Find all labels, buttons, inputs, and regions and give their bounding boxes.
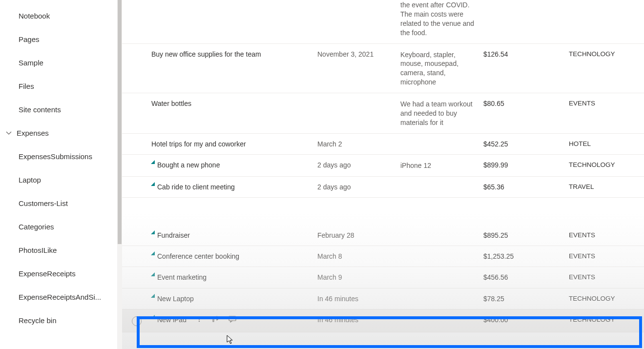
- nav-expense-receipts[interactable]: ExpenseReceipts: [0, 262, 122, 285]
- row-select-cell: [122, 294, 151, 295]
- row-amount: $895.25: [483, 231, 569, 239]
- table-row[interactable]: Conference center bookingMarch 8$1,253.2…: [122, 246, 644, 267]
- nav-categories[interactable]: Categories: [0, 215, 122, 238]
- table-row[interactable]: FundraiserFebruary 28$895.25EVENTS: [122, 225, 644, 246]
- more-icon[interactable]: [195, 315, 203, 323]
- sidebar-scrollbar-track[interactable]: [117, 0, 122, 349]
- comment-icon[interactable]: [229, 315, 236, 323]
- nav-expenses-submissions[interactable]: ExpensesSubmissions: [0, 144, 122, 168]
- row-title-text[interactable]: Buy new office supplies for the team: [151, 50, 261, 59]
- nav-label: ExpensesSubmissions: [19, 152, 92, 161]
- main-list: the event after COVID. The main costs we…: [122, 0, 644, 349]
- svg-point-0: [199, 317, 200, 318]
- nav-site-contents[interactable]: Site contents: [0, 98, 122, 121]
- table-row[interactable]: Event marketingMarch 9$456.56EVENTS: [122, 267, 644, 288]
- row-amount: [483, 0, 569, 0]
- new-item-icon: [151, 316, 156, 323]
- table-row[interactable]: New iPadIn 46 minutes$400.00TECHNOLOGY: [122, 309, 644, 332]
- row-title-cell: Conference center booking: [151, 252, 317, 261]
- nav-label: Recycle bin: [19, 316, 57, 325]
- new-item-icon: [151, 295, 156, 302]
- table-row[interactable]: Hotel trips for my and coworkerMarch 2$4…: [122, 134, 644, 155]
- row-select-cell: [122, 183, 151, 184]
- row-title-text[interactable]: Fundraiser: [157, 231, 190, 240]
- row-amount: $1,253.25: [483, 252, 569, 260]
- row-description: Keyboard, stapler, mouse, mousepad, came…: [400, 50, 483, 87]
- row-category: EVENTS: [569, 99, 627, 107]
- row-date: [317, 0, 400, 0]
- row-title-text[interactable]: Water bottles: [151, 99, 191, 108]
- row-select-cell: [122, 0, 151, 1]
- svg-point-2: [199, 321, 200, 322]
- row-title-cell: Bought a new phone: [151, 161, 317, 169]
- row-title-text[interactable]: New Laptop: [157, 294, 194, 303]
- row-category: EVENTS: [569, 273, 627, 281]
- nav-sample[interactable]: Sample: [0, 51, 122, 74]
- row-date: November 3, 2021: [317, 50, 400, 58]
- nav-notebook[interactable]: Notebook: [0, 4, 122, 27]
- row-select-cell: [122, 231, 151, 232]
- table-row[interactable]: Buy new office supplies for the teamNove…: [122, 44, 644, 94]
- table-row[interactable]: Bought a new phone2 days agoiPhone 12$89…: [122, 155, 644, 177]
- row-amount: $400.00: [483, 315, 569, 324]
- row-select-circle[interactable]: [132, 316, 142, 326]
- row-amount: $126.54: [483, 50, 569, 58]
- row-title-text[interactable]: Conference center booking: [157, 252, 239, 261]
- nav-pages[interactable]: Pages: [0, 27, 122, 51]
- nav-customers-list[interactable]: Customers-List: [0, 191, 122, 215]
- nav-label: ExpenseReceipts: [19, 269, 76, 278]
- row-title-text[interactable]: New iPad: [157, 315, 187, 324]
- row-amount: $899.99: [483, 161, 569, 169]
- nav-expense-receipts-and-si[interactable]: ExpenseReceiptsAndSi...: [0, 285, 122, 308]
- sidebar-scrollbar-thumb[interactable]: [118, 0, 122, 244]
- nav-laptop[interactable]: Laptop: [0, 168, 122, 191]
- row-title-cell: Cab ride to client meeting: [151, 183, 317, 191]
- row-date: March 9: [317, 273, 400, 281]
- row-description: [400, 294, 483, 295]
- new-item-icon: [151, 253, 156, 260]
- row-title-cell: Water bottles: [151, 99, 317, 108]
- row-select-cell: [122, 273, 151, 274]
- row-description: We had a team workout and needed to buy …: [400, 99, 483, 127]
- row-title-cell: New iPad: [151, 315, 317, 324]
- nav-label: ExpenseReceiptsAndSi...: [19, 293, 101, 301]
- nav-section-expenses[interactable]: Expenses: [0, 121, 122, 144]
- row-title-cell: Buy new office supplies for the team: [151, 50, 317, 59]
- row-description: [400, 315, 483, 316]
- row-title-text[interactable]: Cab ride to client meeting: [157, 183, 235, 191]
- table-row[interactable]: the event after COVID. The main costs we…: [122, 0, 644, 44]
- row-title-text[interactable]: Hotel trips for my and coworker: [151, 140, 246, 148]
- row-title-text[interactable]: Bought a new phone: [157, 161, 220, 169]
- row-select-cell: [122, 99, 151, 100]
- nav-label: Pages: [19, 35, 40, 43]
- row-category: TECHNOLOGY: [569, 50, 627, 58]
- nav-recycle-bin[interactable]: Recycle bin: [0, 308, 122, 332]
- table-row[interactable]: New LaptopIn 46 minutes$78.25TECHNOLOGY: [122, 288, 644, 309]
- row-title-text[interactable]: Event marketing: [157, 273, 207, 282]
- new-item-icon: [151, 162, 156, 168]
- svg-point-1: [199, 319, 200, 320]
- nav-label: Customers-List: [19, 199, 68, 207]
- row-description: [400, 140, 483, 140]
- share-icon[interactable]: [212, 315, 220, 323]
- nav-label: Notebook: [19, 12, 50, 20]
- table-row[interactable]: Water bottlesWe had a team workout and n…: [122, 93, 644, 134]
- new-item-icon: [151, 184, 156, 190]
- row-select-cell: [122, 140, 151, 141]
- row-select-cell: [122, 315, 151, 326]
- table-row[interactable]: Cab ride to client meeting2 days ago$65.…: [122, 177, 644, 198]
- row-amount: $452.25: [483, 140, 569, 148]
- svg-rect-3: [229, 316, 236, 321]
- row-description: [400, 252, 483, 252]
- row-description: iPhone 12: [400, 161, 483, 170]
- nav-photos-i-like[interactable]: PhotosILike: [0, 238, 122, 262]
- row-title-cell: Fundraiser: [151, 231, 317, 240]
- row-amount: $78.25: [483, 294, 569, 303]
- new-item-icon: [151, 232, 156, 239]
- row-date: [317, 99, 400, 100]
- nav-files[interactable]: Files: [0, 74, 122, 98]
- nav-label: Sample: [19, 59, 43, 67]
- row-description: the event after COVID. The main costs we…: [400, 0, 483, 38]
- nav-label: Laptop: [19, 176, 41, 184]
- row-category: EVENTS: [569, 252, 627, 260]
